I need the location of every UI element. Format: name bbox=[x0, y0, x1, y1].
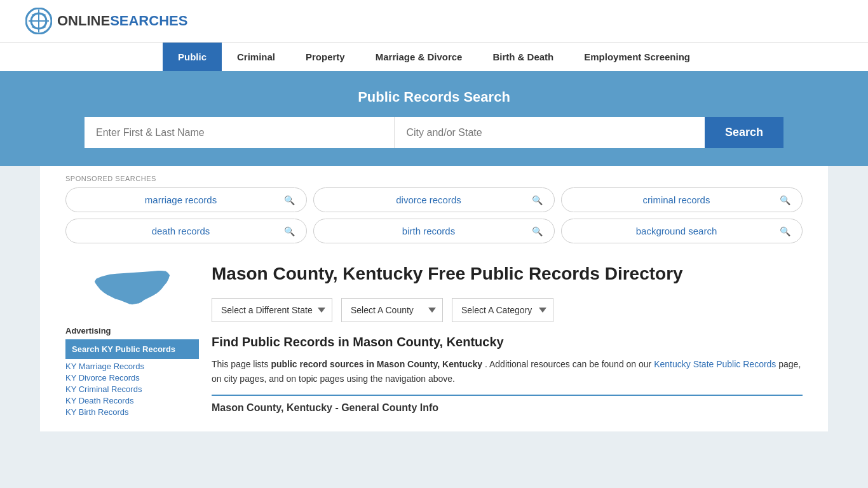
location-input[interactable] bbox=[395, 117, 704, 148]
find-title: Find Public Records in Mason County, Ken… bbox=[212, 335, 803, 349]
pill-marriage[interactable]: marriage records 🔍 bbox=[65, 187, 307, 212]
sidebar-links: KY Marriage Records KY Divorce Records K… bbox=[65, 362, 199, 417]
pill-death[interactable]: death records 🔍 bbox=[65, 219, 307, 243]
nav-birth-death[interactable]: Birth & Death bbox=[477, 43, 569, 71]
pill-marriage-link[interactable]: marriage records bbox=[78, 194, 284, 205]
search-icon-3: 🔍 bbox=[780, 195, 790, 205]
main-wrap: SPONSORED SEARCHES marriage records 🔍 di… bbox=[40, 166, 828, 431]
search-icon-6: 🔍 bbox=[780, 226, 790, 236]
name-input[interactable] bbox=[85, 117, 395, 148]
logo-text: ONLINESEARCHES bbox=[57, 13, 187, 29]
sidebar-link-criminal[interactable]: KY Criminal Records bbox=[65, 384, 199, 394]
page-title: Mason County, Kentucky Free Public Recor… bbox=[212, 262, 803, 285]
sponsored-grid: marriage records 🔍 divorce records 🔍 cri… bbox=[65, 187, 803, 243]
county-dropdown[interactable]: Select A County bbox=[341, 298, 443, 322]
pill-background-link[interactable]: background search bbox=[573, 226, 780, 236]
header: ONLINESEARCHES bbox=[0, 0, 868, 42]
main-nav: Public Criminal Property Marriage & Divo… bbox=[0, 42, 868, 71]
search-button[interactable]: Search bbox=[705, 117, 783, 148]
pill-divorce[interactable]: divorce records 🔍 bbox=[313, 187, 555, 212]
sidebar: Advertising Search KY Public Records KY … bbox=[65, 256, 199, 419]
category-dropdown[interactable]: Select A Category bbox=[452, 298, 553, 322]
pill-criminal-link[interactable]: criminal records bbox=[573, 194, 780, 205]
sidebar-link-divorce[interactable]: KY Divorce Records bbox=[65, 373, 199, 383]
advertising-label: Advertising bbox=[65, 326, 199, 336]
sidebar-link-birth[interactable]: KY Birth Records bbox=[65, 407, 199, 417]
pill-divorce-link[interactable]: divorce records bbox=[325, 194, 532, 205]
nav-employment[interactable]: Employment Screening bbox=[569, 43, 705, 71]
sidebar-ad-active[interactable]: Search KY Public Records bbox=[65, 339, 199, 359]
desc-bold: public record sources in Mason County, K… bbox=[271, 359, 482, 369]
hero-section: Public Records Search Search bbox=[0, 71, 868, 166]
ky-records-link[interactable]: Kentucky State Public Records bbox=[654, 359, 776, 369]
search-icon-4: 🔍 bbox=[284, 226, 295, 236]
pill-birth[interactable]: birth records 🔍 bbox=[313, 219, 555, 243]
section-heading: Mason County, Kentucky - General County … bbox=[212, 395, 803, 414]
sponsored-label: SPONSORED SEARCHES bbox=[65, 166, 803, 187]
pill-background[interactable]: background search 🔍 bbox=[561, 219, 803, 243]
nav-property[interactable]: Property bbox=[290, 43, 360, 71]
desc-cont: . Additional resources can be found on o… bbox=[485, 359, 651, 369]
content-area: Advertising Search KY Public Records KY … bbox=[65, 256, 803, 431]
search-icon-2: 🔍 bbox=[532, 195, 543, 205]
logo: ONLINESEARCHES bbox=[25, 8, 187, 34]
search-icon-5: 🔍 bbox=[532, 226, 543, 236]
nav-public[interactable]: Public bbox=[163, 43, 222, 71]
search-row: Search bbox=[85, 117, 783, 148]
pill-criminal[interactable]: criminal records 🔍 bbox=[561, 187, 803, 212]
pill-death-link[interactable]: death records bbox=[78, 226, 284, 236]
ky-map bbox=[65, 262, 199, 316]
sidebar-link-marriage[interactable]: KY Marriage Records bbox=[65, 362, 199, 371]
hero-title: Public Records Search bbox=[25, 89, 843, 105]
nav-criminal[interactable]: Criminal bbox=[222, 43, 290, 71]
logo-icon bbox=[25, 8, 52, 34]
description-paragraph: This page lists public record sources in… bbox=[212, 357, 803, 386]
kentucky-map-svg bbox=[91, 262, 173, 313]
main-content: Mason County, Kentucky Free Public Recor… bbox=[212, 256, 803, 419]
sidebar-link-death[interactable]: KY Death Records bbox=[65, 396, 199, 405]
nav-marriage-divorce[interactable]: Marriage & Divorce bbox=[360, 43, 478, 71]
pill-birth-link[interactable]: birth records bbox=[325, 226, 532, 236]
search-icon-1: 🔍 bbox=[284, 195, 295, 205]
state-dropdown[interactable]: Select a Different State bbox=[212, 298, 332, 322]
dropdowns-row: Select a Different State Select A County… bbox=[212, 298, 803, 322]
desc-text: This page lists bbox=[212, 359, 268, 369]
